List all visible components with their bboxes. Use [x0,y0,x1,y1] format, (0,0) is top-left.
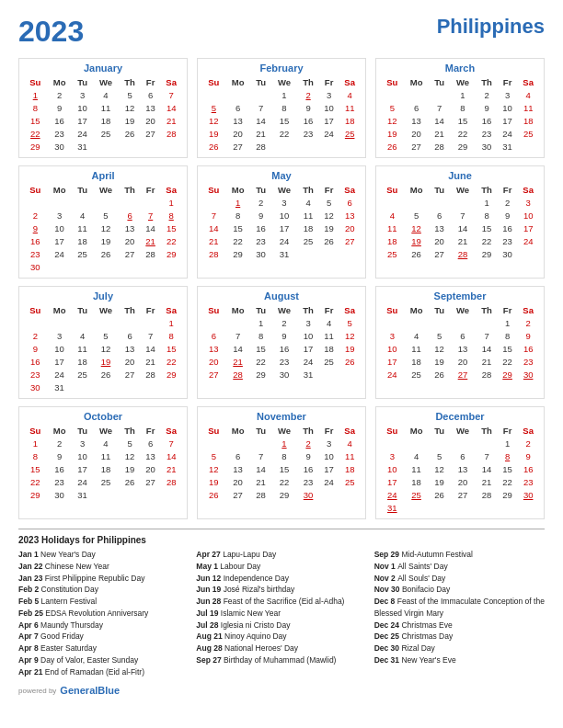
calendars-grid: JanuarySuMoTuWeThFrSa1234567891011121314… [18,58,545,519]
holidays-column-col3: Sep 29 Mid-Autumn FestivalNov 1 All Sain… [374,549,545,677]
day-header-su: Su [24,304,47,316]
day-cell [119,260,141,273]
calendar-table-august: SuMoTuWeThFrSa12345678910111213141516171… [202,304,361,381]
day-cell: 28 [141,247,160,260]
day-cell: 13 [339,209,361,222]
day-cell: 9 [476,101,498,114]
week-row: 17181920212223 [381,475,539,488]
day-cell: 14 [476,342,498,355]
day-cell: 21 [160,462,182,475]
day-header-sa: Sa [160,76,182,88]
day-cell [141,140,160,153]
day-cell: 8 [160,329,182,342]
day-header-mo: Mo [404,184,430,196]
day-cell: 30 [47,488,73,501]
day-cell: 25 [517,127,539,140]
week-row: 31 [381,501,539,514]
day-cell: 18 [404,475,430,488]
day-cell: 4 [93,88,120,101]
holiday-date: Jan 22 [18,562,45,571]
day-header-fr: Fr [319,184,339,196]
holiday-date: Sep 27 [196,655,224,665]
day-cell [381,88,404,101]
day-cell [319,368,339,381]
holiday-item: Nov 30 Bonifacio Day [374,584,545,596]
day-cell: 14 [225,342,251,355]
week-row: 24252627282930 [381,488,539,501]
day-cell: 11 [73,342,93,355]
day-cell: 9 [517,449,539,462]
holiday-name: Christmas Day [401,631,453,641]
day-cell: 20 [225,475,251,488]
day-cell: 7 [225,329,251,342]
day-header-sa: Sa [517,76,539,88]
holiday-date: Apr 8 [18,643,40,653]
day-cell: 11 [339,449,361,462]
day-cell: 14 [251,114,271,127]
week-row: 293031 [24,140,182,153]
holiday-day-cell: 30 [517,368,539,381]
day-header-fr: Fr [498,76,517,88]
page-header: 2023 Philippines [18,15,545,49]
day-cell: 1 [450,88,477,101]
day-cell [119,488,141,501]
day-cell: 4 [73,329,93,342]
week-row: 21222324252627 [202,234,361,247]
day-cell [93,316,120,329]
day-cell: 13 [450,342,477,355]
holiday-item: Apr 27 Lapu-Lapu Day [196,549,366,561]
day-cell: 14 [141,342,160,355]
day-cell: 8 [225,209,251,222]
day-cell: 14 [251,462,271,475]
day-cell [430,437,450,449]
day-cell [119,316,141,329]
day-cell: 6 [225,449,251,462]
day-cell: 9 [251,209,271,222]
day-cell [430,88,450,101]
month-block-may: MaySuMoTuWeThFrSa12345678910111213141516… [197,165,366,279]
holiday-name: Mid-Autumn Festival [401,550,472,559]
holiday-name: Islamic New Year [221,609,281,618]
day-header-mo: Mo [47,76,73,88]
day-cell: 12 [430,462,450,475]
day-header-mo: Mo [225,304,251,316]
day-cell: 11 [339,101,361,114]
holiday-day-cell: 8 [160,209,182,222]
day-cell [498,501,517,514]
day-cell: 15 [24,114,47,127]
day-cell: 14 [476,462,498,475]
day-cell: 28 [430,140,450,153]
day-cell: 15 [225,222,251,234]
day-header-th: Th [476,76,498,88]
holiday-day-cell: 25 [404,488,430,501]
day-cell: 26 [119,127,141,140]
day-cell: 24 [319,127,339,140]
holiday-day-cell: 2 [297,437,319,449]
day-cell [404,196,430,209]
day-header-sa: Sa [160,184,182,196]
day-cell: 19 [430,355,450,368]
day-cell: 10 [319,101,339,114]
day-cell: 12 [381,114,404,127]
day-cell: 15 [498,342,517,355]
day-cell: 13 [404,114,430,127]
day-cell [47,260,73,273]
day-cell: 21 [450,234,477,247]
day-cell: 7 [251,449,271,462]
day-header-we: We [93,184,120,196]
day-cell: 31 [271,247,298,260]
day-cell: 26 [119,475,141,488]
day-cell: 22 [271,127,298,140]
day-header-su: Su [24,76,47,88]
month-title-december: December [381,411,539,422]
day-cell: 2 [251,196,271,209]
day-cell: 23 [498,234,517,247]
holiday-date: Aug 21 [196,631,224,641]
day-header-sa: Sa [160,425,182,437]
day-cell: 18 [73,234,93,247]
day-cell [119,140,141,153]
week-row: 17181920212223 [381,355,539,368]
day-header-th: Th [476,184,498,196]
day-cell: 6 [225,101,251,114]
day-cell: 23 [47,475,73,488]
